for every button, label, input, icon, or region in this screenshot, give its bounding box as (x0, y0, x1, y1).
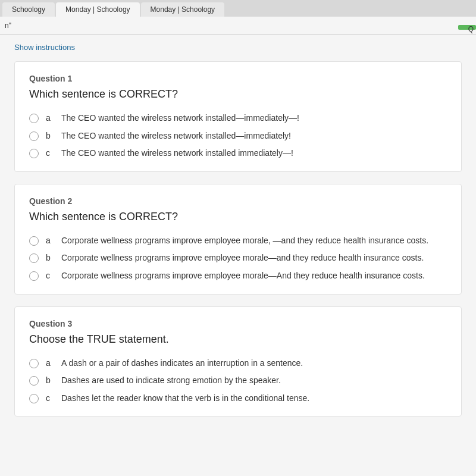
option-row-q3-b[interactable]: bDashes are used to indicate strong emot… (29, 375, 447, 387)
question-block-3: Question 3Choose the TRUE statement.aA d… (14, 306, 462, 417)
question-number-2: Question 2 (29, 196, 447, 206)
option-letter-q3-c: c (46, 393, 54, 403)
option-letter-q2-b: b (46, 253, 54, 262)
question-block-2: Question 2Which sentence is CORRECT?aCor… (14, 184, 462, 295)
radio-q1-c[interactable] (29, 149, 39, 158)
tab-monday-schoology-2[interactable]: Monday | Schoology (141, 2, 225, 17)
option-letter-q2-a: a (46, 236, 54, 245)
browser-bar: n" (0, 17, 476, 35)
option-text-q1-c: The CEO wanted the wireless network inst… (61, 148, 293, 159)
option-letter-q1-a: a (46, 113, 54, 123)
option-text-q2-c: Corporate wellness programs improve empl… (61, 270, 425, 282)
tab-monday-schoology-1[interactable]: Monday | Schoology (56, 2, 140, 17)
main-content: Show instructions Question 1Which senten… (0, 35, 476, 476)
radio-q2-b[interactable] (29, 253, 39, 263)
option-letter-q1-c: c (46, 148, 54, 158)
radio-q1-b[interactable] (29, 131, 39, 141)
tab-schoology[interactable]: Schoology (2, 2, 55, 17)
show-instructions-link[interactable]: Show instructions (14, 43, 75, 52)
option-row-q1-c[interactable]: cThe CEO wanted the wireless network ins… (29, 148, 447, 159)
q-label: Q (468, 25, 474, 33)
question-text-3: Choose the TRUE statement. (29, 333, 447, 346)
option-text-q2-a: Corporate wellness programs improve empl… (61, 235, 428, 247)
option-row-q3-c[interactable]: cDashes let the reader know that the ver… (29, 393, 447, 405)
options-1: aThe CEO wanted the wireless network ins… (29, 112, 447, 159)
option-row-q2-c[interactable]: cCorporate wellness programs improve emp… (29, 270, 447, 282)
option-text-q1-b: The CEO wanted the wireless network inst… (61, 130, 291, 142)
option-row-q2-a[interactable]: aCorporate wellness programs improve emp… (29, 235, 447, 247)
option-row-q2-b[interactable]: bCorporate wellness programs improve emp… (29, 252, 447, 264)
option-text-q3-c: Dashes let the reader know that the verb… (61, 393, 309, 405)
options-3: aA dash or a pair of dashes indicates an… (29, 358, 447, 405)
radio-q1-a[interactable] (29, 114, 39, 123)
option-letter-q3-b: b (46, 375, 54, 385)
option-row-q3-a[interactable]: aA dash or a pair of dashes indicates an… (29, 358, 447, 369)
option-text-q1-a: The CEO wanted the wireless network inst… (61, 112, 299, 124)
radio-q3-a[interactable] (29, 359, 39, 368)
question-block-1: Question 1Which sentence is CORRECT?aThe… (14, 61, 462, 172)
option-text-q3-b: Dashes are used to indicate strong emoti… (61, 375, 281, 387)
option-letter-q2-c: c (46, 271, 54, 280)
radio-q2-c[interactable] (29, 271, 39, 281)
option-row-q1-b[interactable]: bThe CEO wanted the wireless network ins… (29, 130, 447, 142)
question-number-3: Question 3 (29, 319, 447, 328)
option-row-q1-a[interactable]: aThe CEO wanted the wireless network ins… (29, 112, 447, 124)
question-text-2: Which sentence is CORRECT? (29, 211, 447, 223)
option-letter-q1-b: b (46, 131, 54, 140)
radio-q3-b[interactable] (29, 376, 39, 386)
radio-q3-c[interactable] (29, 394, 39, 403)
options-2: aCorporate wellness programs improve emp… (29, 235, 447, 282)
radio-q2-a[interactable] (29, 236, 39, 246)
option-letter-q3-a: a (46, 358, 54, 368)
option-text-q3-a: A dash or a pair of dashes indicates an … (61, 358, 303, 369)
option-text-q2-b: Corporate wellness programs improve empl… (61, 252, 424, 264)
question-text-1: Which sentence is CORRECT? (29, 88, 447, 101)
question-number-1: Question 1 (29, 74, 447, 83)
